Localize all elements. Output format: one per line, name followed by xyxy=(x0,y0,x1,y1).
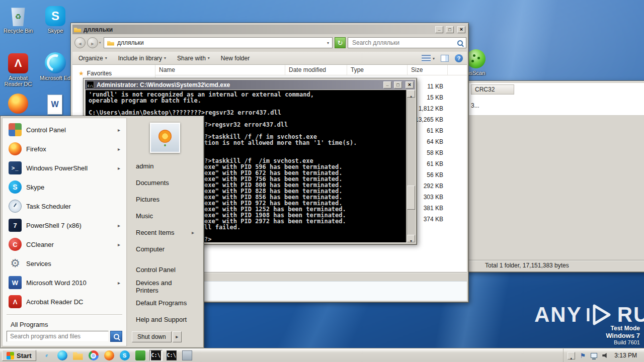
start-menu-item[interactable]: Firefox xyxy=(4,139,125,158)
desktop-icon-recycle-bin[interactable]: Recycle Bin xyxy=(0,3,36,34)
start-button[interactable]: Start xyxy=(2,350,36,361)
shutdown-button[interactable]: Shut down xyxy=(132,331,172,342)
start-menu-right-item[interactable]: Default Programs xyxy=(128,295,202,311)
desktop-icon-acrobat-reader[interactable]: Λ Acrobat Reader DC xyxy=(0,50,36,87)
start-menu-right-item[interactable]: Devices and Printers xyxy=(128,278,202,295)
start-menu-item[interactable]: Control Panel xyxy=(4,120,125,139)
chevron-down-icon xyxy=(164,56,166,60)
taskbar-button[interactable] xyxy=(56,350,69,361)
back-button[interactable] xyxy=(74,37,86,48)
start-menu-right-item[interactable]: admin xyxy=(128,158,202,174)
history-dropdown-icon[interactable] xyxy=(99,41,101,45)
views-button[interactable] xyxy=(422,55,435,62)
start-menu-item[interactable]: Task Scheduler xyxy=(4,197,125,216)
start-menu-item[interactable]: Acrobat Reader DC xyxy=(4,292,125,311)
taskbar-button[interactable] xyxy=(181,350,194,361)
maximize-button[interactable] xyxy=(394,81,402,88)
start-menu-right-item[interactable]: Pictures xyxy=(128,191,202,208)
cmd-titlebar[interactable]: Administrator: C:\Windows\System32\cmd.e… xyxy=(85,80,415,89)
action-center-flag-icon[interactable] xyxy=(580,352,586,359)
explorer-titlebar[interactable]: длляльки xyxy=(72,25,467,34)
taskbar-button[interactable] xyxy=(149,350,163,361)
taskbar-clock[interactable]: 3:13 PM xyxy=(613,352,638,359)
start-menu-right-item[interactable]: Control Panel xyxy=(128,261,202,278)
window-title: длляльки xyxy=(84,26,433,33)
forward-button[interactable] xyxy=(87,37,98,48)
jumplist-arrow-icon[interactable] xyxy=(118,165,120,171)
jumplist-arrow-icon[interactable] xyxy=(118,127,120,133)
search-box[interactable] xyxy=(348,37,466,48)
preview-pane-icon[interactable] xyxy=(441,55,449,62)
start-menu-right-item[interactable]: Music xyxy=(128,208,202,224)
jumplist-arrow-icon[interactable] xyxy=(118,280,120,286)
minimize-button[interactable] xyxy=(383,81,391,88)
user-avatar[interactable] xyxy=(150,123,180,153)
hidden-icons-chevron[interactable] xyxy=(568,352,575,359)
word-document-icon[interactable]: W xyxy=(47,95,62,115)
minimize-button[interactable] xyxy=(435,26,443,33)
refresh-button[interactable] xyxy=(335,37,346,48)
desktop-icon-microsoft-edge[interactable]: Microsoft Edge xyxy=(37,50,73,81)
address-text: длляльки xyxy=(117,39,144,46)
start-menu-right-item-label: Documents xyxy=(136,179,169,187)
search-go-button[interactable] xyxy=(110,331,122,342)
separator xyxy=(7,314,122,315)
column-header[interactable]: Type xyxy=(347,65,408,75)
start-menu-right-item[interactable]: Computer xyxy=(128,241,202,257)
start-menu-item[interactable]: PowerShell 7 (x86) xyxy=(4,216,125,235)
toolbar-button[interactable]: Share with xyxy=(177,55,210,62)
start-menu-right-item[interactable]: Help and Support xyxy=(128,311,202,328)
column-header[interactable]: Size xyxy=(408,65,448,75)
flame-swirl-icon[interactable] xyxy=(8,94,28,114)
chevron-down-icon[interactable] xyxy=(327,41,329,45)
close-button[interactable] xyxy=(406,81,414,88)
start-menu-item[interactable]: Microsoft Word 2010 xyxy=(4,273,125,292)
help-icon[interactable] xyxy=(455,54,463,62)
volume-icon[interactable] xyxy=(602,352,608,358)
network-icon[interactable] xyxy=(591,353,597,358)
desktop-icon-skype[interactable]: S Skype xyxy=(37,3,73,34)
taskbar-button[interactable] xyxy=(118,350,131,361)
scroll-down-icon[interactable] xyxy=(407,235,415,242)
taskbar-button[interactable] xyxy=(40,350,53,361)
shutdown-options-arrow[interactable] xyxy=(173,331,182,342)
start-menu-item-label: Acrobat Reader DC xyxy=(26,298,113,306)
start-menu-item[interactable]: Skype xyxy=(4,177,125,197)
start-menu-right-item-label: Recent Items xyxy=(136,229,175,236)
start-menu-item[interactable]: Services xyxy=(4,254,125,273)
toolbar-button[interactable]: Include in library xyxy=(118,55,166,62)
maximize-button[interactable] xyxy=(446,26,454,33)
favorites-item[interactable]: Favorites xyxy=(72,65,155,77)
recycle-bin-icon xyxy=(11,7,26,26)
start-menu-item[interactable]: CCleaner xyxy=(4,235,125,254)
crc32-column-header[interactable]: CRC32 xyxy=(471,84,514,95)
column-header[interactable]: Name xyxy=(155,65,285,75)
column-header[interactable]: Date modified xyxy=(285,65,347,75)
close-button[interactable] xyxy=(457,26,465,33)
column-header-label: Date modified xyxy=(289,66,326,73)
taskbar-button[interactable] xyxy=(103,350,116,361)
scrollbar-thumb[interactable] xyxy=(407,186,415,210)
taskbar-button[interactable] xyxy=(87,350,100,361)
taskbar-button[interactable] xyxy=(71,350,85,361)
address-bar[interactable]: длляльки xyxy=(104,37,333,48)
taskbar-button[interactable] xyxy=(165,350,178,361)
jumplist-arrow-icon[interactable] xyxy=(118,223,120,228)
desktop-icon-label: Recycle Bin xyxy=(0,28,36,34)
toolbar-button[interactable]: Organize xyxy=(78,55,107,62)
toolbar-button-label: Share with xyxy=(177,55,206,62)
toolbar-button[interactable]: New folder xyxy=(221,55,254,62)
start-search-input[interactable] xyxy=(7,331,109,342)
all-programs[interactable]: All Programs xyxy=(3,318,126,331)
start-menu-right-item[interactable]: Documents xyxy=(128,174,202,191)
search-input[interactable] xyxy=(351,39,454,47)
start-menu-item[interactable]: Windows PowerShell xyxy=(4,158,125,177)
scrollbar[interactable] xyxy=(407,90,415,242)
taskbar-button[interactable] xyxy=(134,350,147,361)
start-menu-right-item[interactable]: Recent Items xyxy=(128,224,202,241)
scroll-up-icon[interactable] xyxy=(407,90,415,98)
jumplist-arrow-icon[interactable] xyxy=(118,146,120,152)
jumplist-arrow-icon[interactable] xyxy=(118,242,120,247)
toolbar-button-label: Organize xyxy=(78,55,103,62)
internet-explorer-icon xyxy=(42,350,52,360)
